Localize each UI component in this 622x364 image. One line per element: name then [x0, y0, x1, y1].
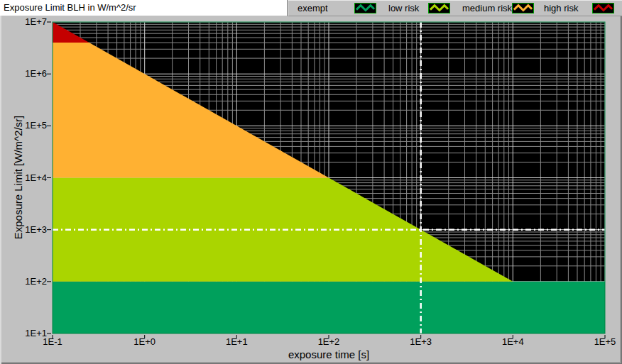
region-exempt — [53, 282, 605, 333]
x-tick-label: 1E+2 — [307, 336, 350, 347]
y-tick-label: 1E+7 — [14, 16, 47, 27]
x-tick-label: 1E+5 — [584, 336, 622, 347]
x-tick-label: 1E+3 — [400, 336, 442, 347]
x-tick-label: 1E+1 — [215, 336, 258, 347]
x-axis-title: exposure time [s] — [288, 348, 369, 360]
y-tick-label: 1E+1 — [14, 328, 47, 338]
x-tick-label: 1E+4 — [491, 336, 534, 347]
y-tick-label: 1E+2 — [14, 276, 47, 287]
graph-window: Exposure Limit BLH in W/m^2/sr exemptlow… — [0, 0, 622, 364]
x-tick-label: 1E+0 — [124, 336, 166, 347]
y-tick-label: 1E+6 — [14, 68, 47, 79]
y-axis-title: Exposure Limit [W/m^2/sr] — [12, 116, 24, 240]
plot-area[interactable] — [0, 0, 622, 364]
